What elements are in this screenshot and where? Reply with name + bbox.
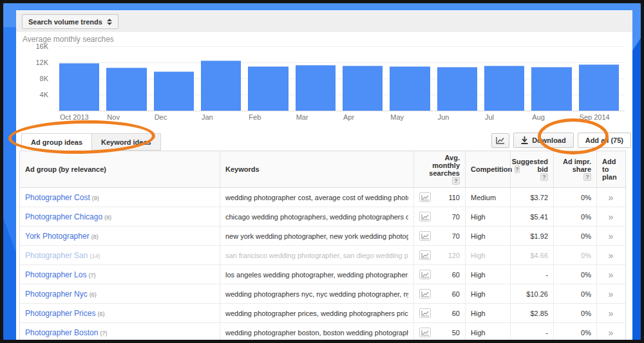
add-to-plan-button[interactable]: » — [596, 284, 625, 303]
competition-cell: High — [465, 227, 510, 245]
keywords-cell: wedding photographer prices, wedding pho… — [220, 304, 413, 322]
col-ad-impr-share[interactable]: Ad impr. share? — [553, 151, 596, 187]
add-to-plan-button[interactable]: » — [596, 304, 625, 322]
x-tick: Nov — [107, 113, 120, 121]
table-row[interactable]: Photographer Cost(9)wedding photographer… — [20, 188, 625, 207]
avg-monthly-cell: 60 — [413, 265, 465, 284]
suggested-bid-cell: $1.92 — [510, 227, 553, 245]
bar-Jul — [484, 66, 524, 111]
x-tick: Sep 2014 — [580, 113, 610, 121]
col-suggested-bid[interactable]: Suggested bid? — [510, 151, 553, 187]
bar-Feb — [248, 66, 288, 111]
keywords-cell: new york wedding photographer, new york … — [220, 227, 413, 245]
trend-chart-icon[interactable] — [419, 231, 431, 241]
table-row[interactable]: Photographer Boston(7)wedding photograph… — [20, 323, 625, 342]
table-row[interactable]: Photographer San(14)san francisco weddin… — [20, 246, 625, 265]
bar-slot: Feb — [247, 46, 294, 111]
trend-chart-icon[interactable] — [419, 212, 431, 221]
table-row[interactable]: Photographer Nyc(6)wedding photographers… — [20, 284, 625, 304]
competition-cell: High — [465, 304, 510, 322]
bar-Nov — [106, 68, 146, 111]
y-tick: 12K — [35, 59, 48, 66]
suggested-bid-cell: $2.85 — [510, 304, 553, 322]
x-tick: Mar — [296, 113, 308, 121]
ad-group-cell: Photographer San(14) — [20, 246, 220, 264]
bar-slot: Mar — [294, 46, 341, 111]
x-tick: Aug — [532, 113, 545, 121]
add-to-plan-button[interactable]: » — [596, 207, 625, 226]
help-icon[interactable]: ? — [452, 177, 460, 185]
bar-Dec — [154, 71, 194, 111]
bar-Jan — [201, 60, 241, 111]
keywords-cell: wedding photographers nyc, nyc wedding p… — [220, 284, 413, 303]
col-competition[interactable]: Competition? — [465, 151, 510, 187]
table-row[interactable]: Photographer Los(7)los angeles wedding p… — [20, 265, 625, 284]
download-button[interactable]: Download — [513, 133, 574, 148]
ad-group-link[interactable]: Photographer Los(7) — [25, 270, 95, 279]
search-volume-trends-label: Search volume trends — [28, 18, 102, 26]
ad-group-link[interactable]: Photographer Cost(9) — [25, 193, 99, 202]
search-volume-chart: 16K 12K 8K 4K Oct 2013NovDecJanFebMarApr… — [16, 46, 632, 127]
ad-impr-share-cell: 0% — [553, 265, 596, 284]
line-chart-icon — [496, 136, 505, 144]
add-to-plan-button[interactable]: » — [596, 227, 625, 245]
ad-group-ideas-table: Ad group (by relevance) Keywords Avg. mo… — [19, 151, 626, 343]
col-avg-monthly-searches[interactable]: Avg. monthly searches? — [413, 151, 465, 187]
chart-plot-area: Oct 2013NovDecJanFebMarAprMayJunJulAugSe… — [58, 46, 625, 111]
download-icon — [521, 136, 528, 144]
competition-cell: High — [465, 323, 510, 342]
bar-slot: Oct 2013 — [58, 46, 105, 111]
ad-impr-share-cell: 0% — [553, 323, 596, 342]
col-keywords[interactable]: Keywords — [220, 151, 413, 187]
ad-group-link[interactable]: Photographer Boston(7) — [25, 328, 107, 337]
table-row[interactable]: York Photographer(8)new york wedding pho… — [20, 227, 625, 246]
ad-group-link[interactable]: Photographer Prices(6) — [25, 309, 104, 318]
ad-group-cell: Photographer Cost(9) — [20, 188, 220, 207]
x-tick: Dec — [155, 113, 167, 121]
y-tick: 8K — [40, 75, 48, 82]
add-all-button[interactable]: Add all (75) — [578, 133, 631, 148]
add-to-plan-button[interactable]: » — [596, 188, 625, 207]
chart-y-axis: 16K 12K 8K 4K — [16, 46, 53, 111]
bar-slot: Jul — [483, 46, 530, 111]
add-to-plan-button[interactable]: » — [596, 265, 625, 284]
chart-view-button[interactable] — [491, 133, 509, 148]
table-row[interactable]: Photographer Chicago(8)chicago wedding p… — [20, 207, 625, 227]
trend-chart-icon[interactable] — [419, 250, 431, 260]
ad-group-link[interactable]: Photographer San(14) — [25, 251, 100, 260]
tab-label: Ad group ideas — [31, 138, 82, 146]
tab-keyword-ideas[interactable]: Keyword ideas — [91, 133, 161, 151]
avg-monthly-value: 50 — [452, 329, 460, 337]
sort-arrows-icon — [107, 19, 112, 25]
avg-monthly-value: 60 — [452, 290, 460, 298]
search-volume-trends-dropdown[interactable]: Search volume trends — [22, 14, 118, 29]
ad-group-link[interactable]: Photographer Chicago(8) — [25, 212, 111, 221]
bar-Sep 2014 — [579, 64, 619, 111]
trend-chart-icon[interactable] — [419, 270, 431, 279]
table-body: Photographer Cost(9)wedding photographer… — [20, 188, 625, 343]
help-icon[interactable]: ? — [583, 173, 591, 181]
add-to-plan-button[interactable]: » — [596, 323, 625, 342]
keywords-cell: san francisco wedding photographer, san … — [220, 246, 413, 264]
tabs-and-actions-row: Ad group ideas Keyword ideas — [16, 128, 632, 151]
suggested-bid-cell: $3.72 — [510, 188, 553, 207]
tab-ad-group-ideas[interactable]: Ad group ideas — [21, 133, 92, 151]
keywords-cell: wedding photographer boston, boston wedd… — [220, 323, 413, 342]
trend-chart-icon[interactable] — [419, 308, 431, 318]
col-add-to-plan: Add to plan — [596, 151, 625, 187]
trend-chart-icon[interactable] — [419, 192, 431, 202]
add-to-plan-button[interactable]: » — [596, 246, 625, 264]
ad-group-link[interactable]: Photographer Nyc(6) — [25, 290, 97, 299]
avg-monthly-cell: 110 — [413, 188, 465, 207]
table-row[interactable]: Photographer Prices(6)wedding photograph… — [20, 304, 625, 323]
bar-slot: May — [388, 46, 435, 111]
keyword-count: (8) — [104, 214, 111, 221]
help-icon[interactable]: ? — [540, 173, 548, 181]
trend-chart-icon[interactable] — [419, 328, 431, 337]
y-tick: 16K — [35, 42, 48, 50]
col-ad-group[interactable]: Ad group (by relevance) — [20, 151, 220, 187]
bar-slot: Jan — [200, 46, 247, 111]
avg-monthly-value: 70 — [452, 232, 460, 240]
ad-group-link[interactable]: York Photographer(8) — [25, 232, 99, 241]
trend-chart-icon[interactable] — [419, 289, 431, 299]
